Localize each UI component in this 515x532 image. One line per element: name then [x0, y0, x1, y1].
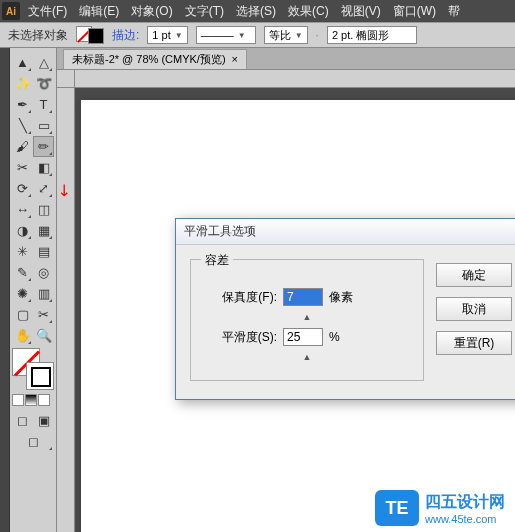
fill-stroke-indicator[interactable]: [12, 348, 54, 390]
lasso-tool[interactable]: ➰: [33, 73, 54, 94]
color-mode-none[interactable]: [38, 394, 50, 406]
chevron-down-icon: ▼: [238, 31, 246, 40]
pencil-tool[interactable]: ✏: [33, 136, 54, 157]
menu-text[interactable]: 文字(T): [185, 3, 224, 20]
width-tool[interactable]: ↔: [12, 199, 33, 220]
menu-view[interactable]: 视图(V): [341, 3, 381, 20]
document-tab[interactable]: 未标题-2* @ 78% (CMYK/预览) ×: [63, 49, 247, 69]
selection-tool[interactable]: ▲: [12, 52, 33, 73]
screen-mode-normal[interactable]: ◻: [12, 410, 33, 431]
menu-help[interactable]: 帮: [448, 3, 460, 20]
stroke-label: 描边:: [112, 27, 139, 44]
fidelity-slider[interactable]: ▲: [205, 312, 409, 318]
document-tab-title: 未标题-2* @ 78% (CMYK/预览): [72, 52, 226, 67]
direct-selection-tool[interactable]: △: [33, 52, 54, 73]
perspective-tool[interactable]: ▦: [33, 220, 54, 241]
symbol-sprayer-tool[interactable]: ✺: [12, 283, 33, 304]
left-panel-strip[interactable]: [0, 48, 10, 532]
magic-wand-tool[interactable]: ✨: [12, 73, 33, 94]
stroke-preset-dropdown[interactable]: 2 pt. 椭圆形: [327, 26, 417, 44]
stroke-scale-dropdown[interactable]: 等比▼: [264, 26, 308, 44]
app-header: Ai 文件(F) 编辑(E) 对象(O) 文字(T) 选择(S) 效果(C) 视…: [0, 0, 515, 22]
stroke-style-dropdown[interactable]: ———▼: [196, 26, 256, 44]
ruler-horizontal[interactable]: [75, 70, 515, 88]
document-tab-bar: 未标题-2* @ 78% (CMYK/预览) ×: [57, 48, 515, 70]
stroke-weight-value: 1 pt: [152, 29, 170, 41]
color-mode-solid[interactable]: [12, 394, 24, 406]
smooth-tool-options-dialog: 平滑工具选项 容差 保真度(F): 像素 ▲ 平滑度(S):: [175, 218, 515, 400]
artboard-tool[interactable]: ▢: [12, 304, 33, 325]
watermark-url: www.45te.com: [425, 513, 505, 525]
menu-window[interactable]: 窗口(W): [393, 3, 436, 20]
menu-select[interactable]: 选择(S): [236, 3, 276, 20]
fidelity-input[interactable]: [283, 288, 323, 306]
canvas-viewport[interactable]: ↘ 平滑工具选项 容差 保真度(F): 像素 ▲ 平滑度(S):: [57, 70, 515, 532]
type-tool[interactable]: T: [33, 94, 54, 115]
menu-effect[interactable]: 效果(C): [288, 3, 329, 20]
options-bar: 未选择对象 描边: 1 pt▼ ———▼ 等比▼ · 2 pt. 椭圆形: [0, 22, 515, 48]
ruler-corner: [57, 70, 75, 88]
smoothness-input[interactable]: [283, 328, 323, 346]
zoom-tool[interactable]: 🔍: [33, 325, 54, 346]
watermark: TE 四五设计网 www.45te.com: [375, 490, 505, 526]
selection-status: 未选择对象: [8, 27, 68, 44]
stroke-weight-dropdown[interactable]: 1 pt▼: [147, 26, 187, 44]
dialog-titlebar[interactable]: 平滑工具选项: [176, 219, 515, 245]
smoothness-label: 平滑度(S):: [205, 329, 277, 346]
eyedropper-tool[interactable]: ✎: [12, 262, 33, 283]
watermark-badge: TE: [375, 490, 419, 526]
screen-mode-full[interactable]: ▣: [33, 410, 54, 431]
reset-button[interactable]: 重置(R): [436, 331, 512, 355]
blob-brush-tool[interactable]: ✂: [12, 157, 33, 178]
pen-tool[interactable]: ✒: [12, 94, 33, 115]
blend-tool[interactable]: ◎: [33, 262, 54, 283]
toolbox: ▲△ ✨➰ ✒T ╲▭ 🖌✏ ✂◧ ⟳⤢ ↔◫ ◑▦ ✳▤ ✎◎ ✺▥ ▢✂ ✋…: [10, 48, 57, 532]
stroke-style-value: ———: [201, 29, 234, 41]
paintbrush-tool[interactable]: 🖌: [12, 136, 33, 157]
tolerance-fieldset: 容差 保真度(F): 像素 ▲ 平滑度(S): % ▲: [190, 259, 424, 381]
watermark-title: 四五设计网: [425, 492, 505, 513]
rotate-tool[interactable]: ⟳: [12, 178, 33, 199]
menu-bar: 文件(F) 编辑(E) 对象(O) 文字(T) 选择(S) 效果(C) 视图(V…: [28, 3, 460, 20]
ok-button[interactable]: 确定: [436, 263, 512, 287]
scale-tool[interactable]: ⤢: [33, 178, 54, 199]
cancel-button[interactable]: 取消: [436, 297, 512, 321]
app-logo: Ai: [2, 2, 20, 20]
color-mode-gradient[interactable]: [25, 394, 37, 406]
mesh-tool[interactable]: ✳: [12, 241, 33, 262]
document-area: 未标题-2* @ 78% (CMYK/预览) × ↘ 平滑工具选项 容差 保真度…: [57, 48, 515, 532]
hand-tool[interactable]: ✋: [12, 325, 33, 346]
line-tool[interactable]: ╲: [12, 115, 33, 136]
graph-tool[interactable]: ▥: [33, 283, 54, 304]
fidelity-unit: 像素: [329, 289, 353, 306]
chevron-down-icon: ▼: [295, 31, 303, 40]
chevron-down-icon: ▼: [175, 31, 183, 40]
gradient-tool[interactable]: ▤: [33, 241, 54, 262]
color-mode-row: [12, 394, 54, 406]
change-screen-mode[interactable]: ◻: [12, 431, 54, 452]
rectangle-tool[interactable]: ▭: [33, 115, 54, 136]
menu-object[interactable]: 对象(O): [131, 3, 172, 20]
close-icon[interactable]: ×: [232, 53, 238, 65]
eraser-tool[interactable]: ◧: [33, 157, 54, 178]
shape-builder-tool[interactable]: ◑: [12, 220, 33, 241]
fidelity-label: 保真度(F):: [205, 289, 277, 306]
slice-tool[interactable]: ✂: [33, 304, 54, 325]
menu-edit[interactable]: 编辑(E): [79, 3, 119, 20]
smoothness-slider[interactable]: ▲: [205, 352, 409, 358]
fill-stroke-swatch[interactable]: [76, 26, 104, 44]
menu-file[interactable]: 文件(F): [28, 3, 67, 20]
free-transform-tool[interactable]: ◫: [33, 199, 54, 220]
stroke-preset-value: 2 pt. 椭圆形: [332, 28, 389, 43]
fieldset-legend: 容差: [201, 252, 233, 269]
ruler-vertical[interactable]: [57, 88, 75, 532]
stroke-scale-value: 等比: [269, 28, 291, 43]
smoothness-unit: %: [329, 330, 340, 344]
